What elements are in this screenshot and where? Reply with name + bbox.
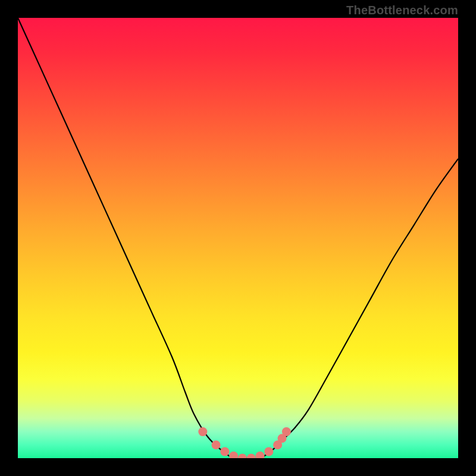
trough-marker <box>229 452 238 458</box>
trough-marker <box>220 447 229 456</box>
chart-frame: TheBottleneck.com <box>0 0 476 476</box>
trough-marker <box>247 454 256 459</box>
bottleneck-curve <box>18 18 458 458</box>
trough-marker <box>282 427 291 436</box>
watermark-text: TheBottleneck.com <box>346 4 458 17</box>
trough-markers <box>198 427 291 458</box>
trough-marker <box>212 440 221 449</box>
plot-area <box>18 18 458 458</box>
curve-svg <box>18 18 458 458</box>
trough-marker <box>256 452 265 458</box>
trough-marker <box>264 447 273 456</box>
trough-marker <box>238 454 247 459</box>
trough-marker <box>198 427 207 436</box>
